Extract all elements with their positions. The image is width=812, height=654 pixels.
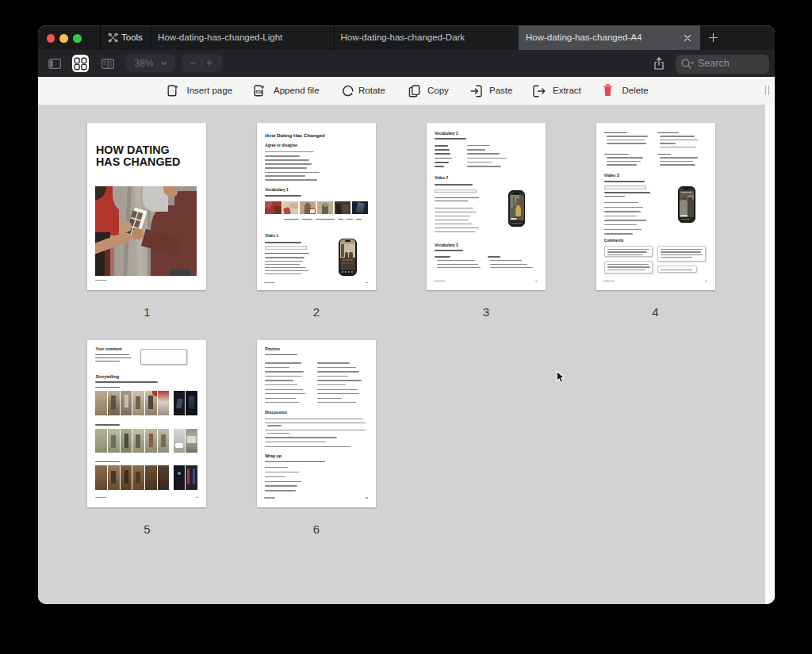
svg-text:PDF: PDF (255, 90, 262, 94)
